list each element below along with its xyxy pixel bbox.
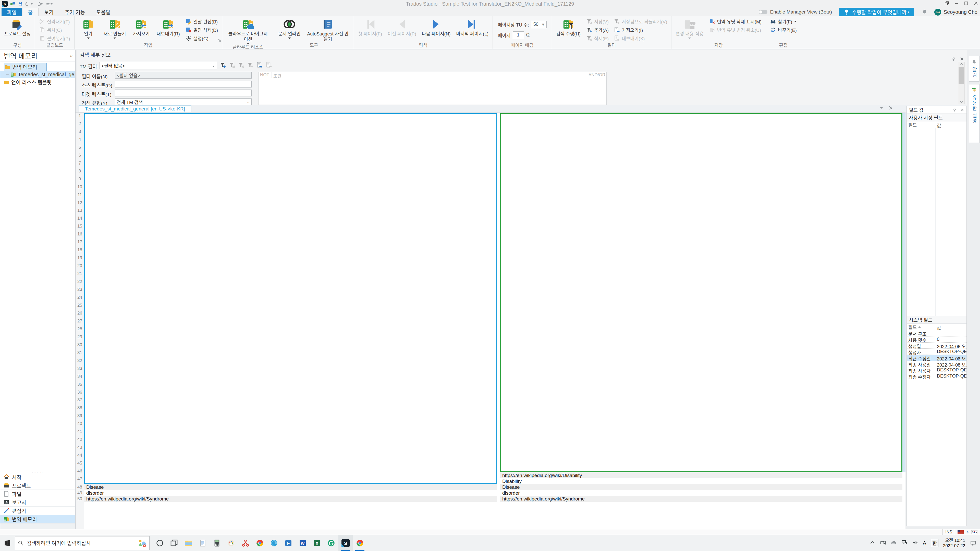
qat-redo-button[interactable] [35,1,43,6]
target-segment-row-46[interactable]: https://en.wikipedia.org/wiki/Disability [500,472,902,478]
user-name[interactable]: Seoyoung Cho [944,9,977,15]
side-tab-signpost[interactable]: 유용한 설명 [969,84,980,143]
close-button[interactable] [974,1,978,7]
target-segment-row-49[interactable]: disorder [500,490,902,496]
close-icon[interactable] [960,108,964,112]
nav-item-report[interactable]: 보고서 [0,498,75,507]
target-segment-row-48[interactable]: Disease [500,484,902,490]
tm-filter-dropdown[interactable]: <필터 없음> ⌄ [100,62,217,69]
ribbon-button-tm-open[interactable]: 열기 [76,17,100,43]
ribbon-button-page-prev[interactable]: 이전 페이지(P) [385,17,419,43]
taskbar-button-edge[interactable] [267,535,281,551]
taskbar-button-chrome-profile[interactable] [353,535,367,551]
ime-latin-indicator[interactable]: A [923,540,926,546]
target-segment-row-50[interactable]: https://en.wikipedia.org/wiki/Syndrome [500,496,902,502]
system-field-row-7[interactable]: 최종 수정자DESKTOP-QE... [907,373,966,380]
ribbon-button-filter-save[interactable]: 저장(V) [584,17,611,25]
ribbon-button-page-last[interactable]: 마지막 페이지(L) [454,17,491,43]
ribbon-button-find[interactable]: 찾기(F) [767,17,799,25]
taskbar-clock[interactable]: 오전 10:41 2022-07-22 [943,538,965,548]
window-restore-button[interactable] [944,1,950,7]
ribbon-button-tu-delete-mark[interactable]: 번역 유닛 삭제 표시(M) [707,17,764,25]
filter-toolbar-filter-delete-button[interactable] [238,62,245,69]
nav-item-tm[interactable]: 번역 메모리 [0,515,75,523]
ribbon-button-filter-revert[interactable]: 저장됨으로 되돌리기(V) [611,17,670,25]
ribbon-button-page-next[interactable]: 다음 페이지(N) [419,17,453,43]
filter-toolbar-filter-add-button[interactable] [220,62,226,69]
filter-name-field[interactable]: <필터 없음> [115,72,251,79]
ribbon-button-batch-edit[interactable]: 일괄 편집(B) [183,17,221,25]
minimize-button[interactable] [954,1,959,7]
ribbon-button-scissors[interactable]: 잘라내기(T) [37,17,73,25]
system-field-row-6[interactable]: 최종 사용자DESKTOP-QE... [907,367,966,373]
filter-toolbar-filter-revert-button[interactable] [247,62,254,69]
close-document-icon[interactable] [888,106,893,110]
ribbon-button-batch-delete[interactable]: 일괄 삭제(D) [183,25,221,34]
ribbon-tab-2[interactable]: 보기 [38,8,59,16]
dialog-launcher-icon[interactable] [218,38,221,42]
nav-item-home[interactable]: 시작 [0,473,75,481]
panel-splitter[interactable]: ......... [0,470,75,473]
ribbon-button-autosuggest[interactable]: AutoSuggest 사전 만들기 [304,17,352,43]
system-field-row-1[interactable]: 사용 횟수0 [907,337,966,343]
search-type-dropdown[interactable]: 전체 TM 검색 ⌄ [115,98,251,105]
taskbar-search-box[interactable]: 검색하려면 여기에 입력하십시 [15,536,150,550]
tray-camera-button[interactable] [880,540,886,547]
qat-save-button[interactable] [18,1,23,6]
ribbon-tab-4[interactable]: 도움말 [91,8,116,16]
ribbon-button-tm-new[interactable]: 새로 만들기 [101,17,129,43]
scrollbar-thumb[interactable] [959,67,964,84]
filter-toolbar-doc-import-gray-button[interactable] [266,62,272,69]
maximize-button[interactable] [964,1,969,7]
tray-network-button[interactable] [901,540,907,547]
ribbon-tab-1[interactable]: 홈 [22,8,38,16]
source-segment-row-50[interactable]: https://en.wikipedia.org/wiki/Syndrome [84,496,497,502]
ribbon-button-filter-delete[interactable]: 삭제(E) [584,34,611,42]
tu-per-page-field[interactable]: 50▾ [531,21,547,28]
search-highlight-weather-icon[interactable] [138,538,147,548]
filter-toolbar-doc-export-blue-button[interactable] [256,62,263,69]
action-center-icon[interactable] [970,540,977,546]
nav-item-file[interactable]: 파일 [0,489,75,498]
ribbon-button-gear[interactable]: 설정(G) [183,34,221,42]
ribbon-button-copy[interactable]: 복사(C) [37,25,73,34]
taskbar-button-word[interactable]: W [296,535,310,551]
panel-scrollbar[interactable] [958,62,965,104]
ribbon-button-paste[interactable]: 붙여넣기(P) [37,34,73,42]
ribbon-button-replace[interactable]: 바꾸기(E) [767,25,799,34]
ribbon-button-filter-add[interactable]: 추가(A) [584,25,611,34]
tm-document-tab[interactable]: Temedes_st_medical_general [en-US->ko-KR… [79,105,191,112]
taskbar-button-file-explorer[interactable] [181,535,196,551]
collapse-panel-icon[interactable]: « [70,53,73,59]
ribbon-button-align[interactable]: 문서 얼라인 [275,17,303,43]
scroll-up-icon[interactable] [959,62,963,66]
ribbon-button-page-first[interactable]: 첫 페이지(F) [355,17,385,43]
system-field-row-4[interactable]: 최근 수정일2022-04-08 오... [907,355,966,361]
source-text-field[interactable] [115,81,251,87]
ribbon-button-tu-undo[interactable]: 번역 유닛 변경 취소(U) [707,25,764,34]
ribbon-button-cloud-migrate[interactable]: 클라우드로 마이그레이션 [224,17,272,44]
taskbar-button-grammarly[interactable] [324,535,339,551]
source-segment-row-48[interactable]: Disease [84,484,497,490]
nav-item-project[interactable]: 프로젝트 [0,481,75,489]
ime-korean-indicator[interactable]: 한 [931,539,939,547]
system-field-row-3[interactable]: 생성자DESKTOP-QE... [907,349,966,355]
system-field-row-5[interactable]: 최종 사용일2022-04-08 오... [907,361,966,367]
taskbar-button-trados[interactable]: S [339,535,353,551]
tray-chevron-up-button[interactable] [869,540,875,547]
ribbon-tab-0[interactable]: 파일 [2,8,22,16]
source-segment-pane[interactable] [84,113,497,484]
tree-item-0[interactable]: 번역 메모리 [0,63,75,71]
manager-view-toggle[interactable] [759,10,767,14]
ribbon-button-project-settings[interactable]: 프로젝트 설정 [2,17,33,43]
ribbon-button-apply-changes[interactable]: 변경 내용 적용 [673,17,706,43]
tray-onedrive-button[interactable] [891,540,897,547]
side-tab-bell[interactable]: 알림 [969,56,980,82]
taskbar-button-notepad[interactable] [196,535,210,551]
qat-plugin-button[interactable] [10,1,15,6]
target-segment-pane[interactable] [500,113,902,472]
taskbar-button-task-view[interactable] [167,535,181,551]
filter-condition-table[interactable]: NOT조건AND/OR [258,72,607,105]
ribbon-button-doc-import-blue[interactable]: 가져오기(I) [611,25,670,34]
taskbar-button-chrome[interactable] [253,535,267,551]
